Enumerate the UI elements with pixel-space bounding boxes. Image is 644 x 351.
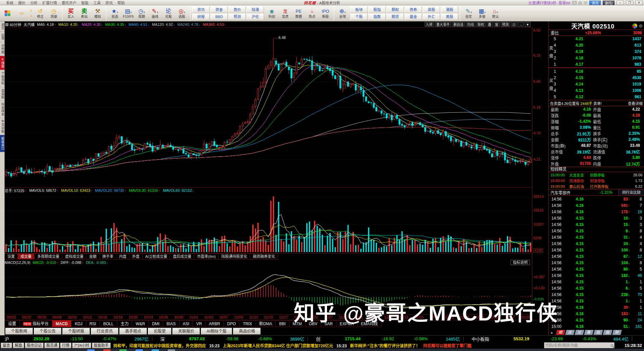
- index-group[interactable]: 中小板指 5532.19 -23.69 -0.43% 484.4亿: [467, 336, 636, 342]
- toolbar-text-button[interactable]: 基金: [405, 13, 422, 20]
- page-down-icon[interactable]: ⇩: [30, 14, 33, 18]
- volume-tab[interactable]: 融资融券变化: [250, 253, 278, 259]
- taskbar-app-icon[interactable]: [152, 349, 159, 351]
- tool-toolbar-button[interactable]: ★▾ 自选: [108, 6, 121, 20]
- ticker-button[interactable]: 智能助手: [92, 343, 111, 348]
- news-tab-button[interactable]: 商品价格: [233, 328, 261, 335]
- ticker-button[interactable]: 留言: [1, 343, 12, 348]
- panel-tab[interactable]: 诊: [565, 330, 575, 335]
- toolbar-icon-button[interactable]: IPO 新股: [319, 6, 332, 20]
- news-tab-button[interactable]: 个股新闻: [5, 328, 33, 335]
- tool-toolbar-button[interactable]: ✎▾ 画线: [148, 6, 162, 20]
- industry-name[interactable]: 汽车零部件: [550, 190, 600, 195]
- panel-tab[interactable]: 细: [556, 330, 566, 335]
- indicator-tab[interactable]: MACD: [52, 320, 71, 327]
- index-group[interactable]: 深 8787.02 -59.98 -0.68% 3699亿: [156, 336, 311, 342]
- toolbar-text-button[interactable]: 沪伦: [247, 13, 264, 20]
- toolbar-text-button[interactable]: 股指: [368, 6, 386, 13]
- toolbar-text-button[interactable]: 资金: [210, 6, 228, 13]
- layout-toolbar-button[interactable]: ✎▾ 自定: [462, 6, 475, 20]
- genie-alert-row[interactable]: 15:00:00 泰山石油 打开跌停板 6.22: [549, 183, 644, 189]
- indicator-tab[interactable]: ARBR: [206, 320, 224, 327]
- kline-tool-button[interactable]: 除权: [476, 22, 486, 27]
- toolbar-text-button[interactable]: 资讯: [192, 6, 210, 13]
- mail-icon[interactable]: [572, 1, 577, 4]
- indicator-tab[interactable]: DPO: [224, 320, 239, 327]
- toolbar-text-button[interactable]: 港股: [441, 6, 458, 13]
- volume-tab[interactable]: 金额: [87, 253, 100, 259]
- toolbar-text-button[interactable]: BBD: [210, 13, 228, 20]
- sidebar-tab[interactable]: 超级盘口: [0, 135, 5, 152]
- indicator-tab[interactable]: BBI: [276, 320, 289, 327]
- toolbar-button[interactable]: ↺ 修正: [34, 6, 47, 20]
- bid-level-row[interactable]: 4 4.13 1006: [554, 87, 644, 94]
- toolbar-text-button[interactable]: 个股: [350, 13, 368, 20]
- toolbar-text-button[interactable]: 英股: [423, 6, 440, 13]
- news-tab-button[interactable]: 行业资讯: [91, 328, 118, 335]
- ticker-button[interactable]: 股灵通: [44, 343, 59, 348]
- ask-level-row[interactable]: 3 4.19 374: [554, 48, 644, 55]
- search-input[interactable]: [545, 343, 611, 347]
- indicator-tab[interactable]: W&R: [132, 320, 149, 327]
- kline-tool-button[interactable]: 九转: [425, 22, 434, 27]
- industry-compare-button[interactable]: 同行业比较: [619, 189, 644, 195]
- volume-tab[interactable]: 内盘: [116, 253, 129, 259]
- skin-icon[interactable]: [584, 1, 587, 4]
- toolbar-button[interactable]: ◷ 测速: [47, 6, 60, 20]
- genie-alert-row[interactable]: 15:00:00 大连圣亚 封跌停板 28.06: [549, 172, 644, 178]
- toolbar-icon-button[interactable]: 龙 龙虎: [278, 6, 292, 20]
- ask-level-row[interactable]: 4 4.20 613: [554, 42, 644, 48]
- indicator-tab[interactable]: BOLL: [100, 320, 117, 327]
- bid-level-row[interactable]: 1 4.16 65: [554, 68, 644, 74]
- indicator-tab[interactable]: DMI: [149, 320, 163, 327]
- bid-level-row[interactable]: 2 4.15 4530: [554, 74, 644, 81]
- toolbar-text-button[interactable]: 指数: [368, 13, 386, 20]
- volume-tab[interactable]: 市盈率(ttm): [194, 253, 219, 259]
- tool-toolbar-button[interactable]: 论 论股: [162, 6, 175, 20]
- lock-icon[interactable]: ⊡: [511, 22, 517, 27]
- indicator-help-button[interactable]: 指标说明: [511, 260, 530, 265]
- menu-item[interactable]: 报价: [18, 0, 25, 5]
- volume-tab[interactable]: AI立桩成交量: [143, 253, 170, 259]
- tool-toolbar-button[interactable]: ◷▾ 周期: [135, 6, 148, 20]
- indicator-tab[interactable]: KDJ: [71, 320, 86, 327]
- sidebar-tab[interactable]: K线图: [0, 56, 5, 70]
- layout-toolbar-button[interactable]: ▦▾ 多窗: [475, 6, 489, 20]
- toolbar-text-button[interactable]: 陆港: [247, 6, 264, 13]
- toolbar-text-button[interactable]: 研报: [192, 13, 210, 20]
- sidebar-tab[interactable]: 牛叉诊股: [0, 118, 5, 135]
- taskbar-app-icon[interactable]: [168, 349, 175, 351]
- taskbar-app-icon[interactable]: [119, 349, 127, 351]
- chevron-down-icon[interactable]: ▼: [525, 22, 531, 27]
- kline-tool-button[interactable]: 重大事件: [435, 22, 451, 27]
- taskbar-app-icon[interactable]: [136, 349, 143, 351]
- menu-item[interactable]: 资讯: [105, 0, 113, 5]
- bell-icon[interactable]: [579, 1, 582, 4]
- kline-tool-button[interactable]: 删自选: [452, 22, 465, 27]
- toolbar-text-button[interactable]: 预测: [228, 13, 246, 20]
- volume-tab[interactable]: 虚拟成交量: [62, 253, 87, 259]
- restore-button[interactable]: ❐: [626, 1, 633, 5]
- indicator-tab[interactable]: ASI: [179, 320, 193, 327]
- indicator-tab[interactable]: VR: [193, 320, 206, 327]
- taskbar-app-icon[interactable]: [103, 349, 111, 351]
- trade-toolbar-button[interactable]: ⚒ 模拟: [91, 6, 104, 20]
- indicator-tab[interactable]: 新DMA: [256, 320, 276, 327]
- layout-grid-button[interactable]: [1, 6, 14, 20]
- volume-tab[interactable]: 换手率: [100, 253, 116, 259]
- scroll-up-icon[interactable]: ▲: [550, 331, 553, 334]
- toolbar-icon-button[interactable]: ▣ 科创: [265, 6, 278, 20]
- menu-item[interactable]: 系统: [6, 0, 13, 5]
- jump-end-icon[interactable]: →: [518, 22, 524, 27]
- global-markets-button[interactable]: ⊕▾ 全球: [336, 6, 349, 20]
- menu-item[interactable]: 委托开户: [62, 0, 76, 5]
- volume-tab[interactable]: 盘后成交量: [170, 253, 194, 259]
- kline-tool-button[interactable]: 预测: [501, 22, 510, 27]
- sidebar-tab[interactable]: 综合排名: [0, 101, 5, 118]
- search-icon[interactable]: [611, 344, 613, 347]
- volume-tab[interactable]: 陆股通持股变化: [219, 253, 250, 259]
- news-tab-button[interactable]: 个股公告: [34, 328, 61, 335]
- ticker-button[interactable]: 股市日记: [25, 343, 44, 348]
- ask-level-row[interactable]: 5 4.21 1437: [554, 36, 644, 42]
- sidebar-tab[interactable]: 自选股: [0, 87, 5, 101]
